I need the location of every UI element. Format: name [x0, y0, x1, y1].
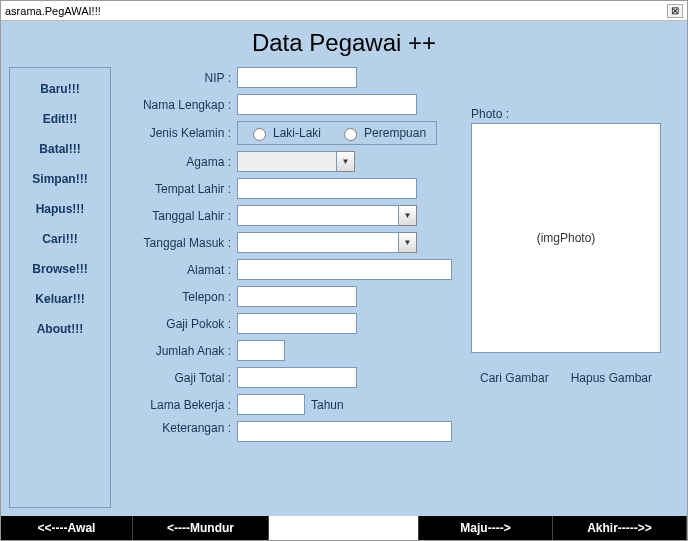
sidebar-item-baru[interactable]: Baru!!! [10, 74, 110, 104]
lama-suffix: Tahun [311, 398, 344, 412]
tempat-field[interactable] [237, 178, 417, 199]
jk-radio-perempuan[interactable] [344, 128, 357, 141]
titlebar: asrama.PegAWAI!!! ⊠ [1, 1, 687, 21]
hapus-gambar-button[interactable]: Hapus Gambar [571, 371, 652, 385]
agama-dropdown-icon[interactable]: ▼ [337, 151, 355, 172]
sidebar-item-hapus[interactable]: Hapus!!! [10, 194, 110, 224]
tgl-lahir-field[interactable] [237, 205, 399, 226]
form: NIP : Nama Lengkap : Jenis Kelamin : Lak… [121, 67, 461, 508]
jumlah-anak-label: Jumlah Anak : [121, 344, 231, 358]
telepon-label: Telepon : [121, 290, 231, 304]
lama-label: Lama Bekerja : [121, 398, 231, 412]
jk-opt-laki[interactable]: Laki-Laki [248, 125, 321, 141]
sidebar: Baru!!! Edit!!! Batal!!! Simpan!!! Hapus… [9, 67, 111, 508]
jk-radio-laki[interactable] [253, 128, 266, 141]
nav-prev-button[interactable]: <----Mundur [133, 516, 269, 540]
nav-last-button[interactable]: Akhir----->> [553, 516, 687, 540]
cari-gambar-button[interactable]: Cari Gambar [480, 371, 549, 385]
close-icon[interactable]: ⊠ [667, 4, 683, 18]
nip-label: NIP : [121, 71, 231, 85]
alamat-field[interactable] [237, 259, 452, 280]
jumlah-anak-field[interactable] [237, 340, 285, 361]
nav-first-button[interactable]: <<----Awal [1, 516, 133, 540]
alamat-label: Alamat : [121, 263, 231, 277]
tgl-masuk-dropdown-icon[interactable]: ▼ [399, 232, 417, 253]
nav-footer: <<----Awal <----Mundur Maju----> Akhir--… [1, 516, 687, 540]
sidebar-item-edit[interactable]: Edit!!! [10, 104, 110, 134]
sidebar-item-cari[interactable]: Cari!!! [10, 224, 110, 254]
nav-current [269, 516, 419, 540]
gaji-total-label: Gaji Total : [121, 371, 231, 385]
tgl-lahir-dropdown-icon[interactable]: ▼ [399, 205, 417, 226]
lama-field[interactable] [237, 394, 305, 415]
window-title: asrama.PegAWAI!!! [5, 5, 667, 17]
telepon-field[interactable] [237, 286, 357, 307]
agama-label: Agama : [121, 155, 231, 169]
sidebar-item-batal[interactable]: Batal!!! [10, 134, 110, 164]
jk-label: Jenis Kelamin : [121, 126, 231, 140]
photo-box: (imgPhoto) [471, 123, 661, 353]
sidebar-item-keluar[interactable]: Keluar!!! [10, 284, 110, 314]
ket-label: Keterangan : [121, 421, 231, 435]
jk-group: Laki-Laki Perempuan [237, 121, 437, 145]
gaji-pokok-label: Gaji Pokok : [121, 317, 231, 331]
page-title: Data Pegawai ++ [1, 21, 687, 67]
jk-opt-perempuan[interactable]: Perempuan [339, 125, 426, 141]
gaji-total-field[interactable] [237, 367, 357, 388]
sidebar-item-browse[interactable]: Browse!!! [10, 254, 110, 284]
nip-field[interactable] [237, 67, 357, 88]
photo-placeholder: (imgPhoto) [537, 231, 596, 245]
sidebar-item-about[interactable]: About!!! [10, 314, 110, 344]
tgl-masuk-field[interactable] [237, 232, 399, 253]
nama-label: Nama Lengkap : [121, 98, 231, 112]
sidebar-item-simpan[interactable]: Simpan!!! [10, 164, 110, 194]
tgl-lahir-label: Tanggal Lahir : [121, 209, 231, 223]
agama-field[interactable] [237, 151, 337, 172]
nama-field[interactable] [237, 94, 417, 115]
photo-label: Photo : [471, 107, 679, 121]
tgl-masuk-label: Tanggal Masuk : [121, 236, 231, 250]
ket-field[interactable] [237, 421, 452, 442]
tempat-label: Tempat Lahir : [121, 182, 231, 196]
nav-next-button[interactable]: Maju----> [419, 516, 553, 540]
gaji-pokok-field[interactable] [237, 313, 357, 334]
